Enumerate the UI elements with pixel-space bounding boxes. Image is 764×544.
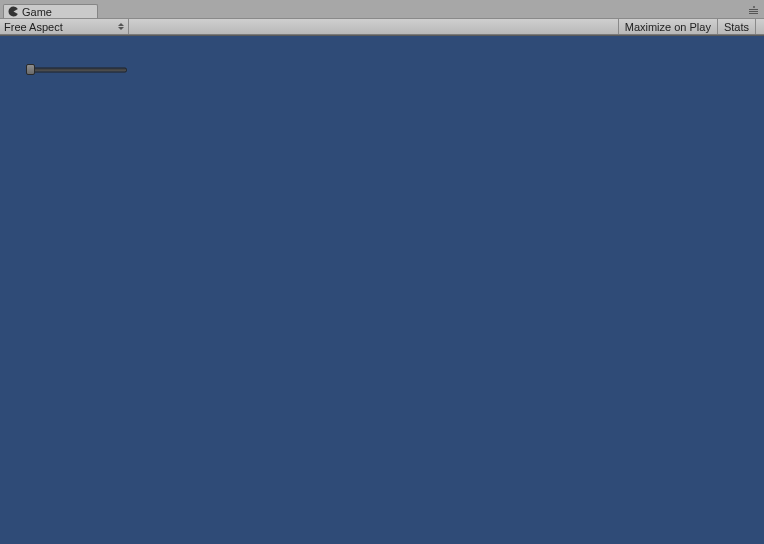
aspect-label: Free Aspect xyxy=(4,21,63,33)
slider[interactable] xyxy=(26,65,127,75)
maximize-on-play-button[interactable]: Maximize on Play xyxy=(619,19,718,34)
game-toolbar: Free Aspect Maximize on Play Stats xyxy=(0,18,764,35)
stats-label: Stats xyxy=(724,21,749,33)
toolbar-end-gap xyxy=(756,19,764,34)
panel-menu-icon[interactable] xyxy=(749,6,758,14)
toolbar-spacer xyxy=(129,19,619,34)
slider-track xyxy=(28,68,127,73)
tab-bar: Game xyxy=(0,4,764,18)
dropdown-arrows-icon xyxy=(118,23,124,30)
tab-game[interactable]: Game xyxy=(3,4,98,18)
maximize-label: Maximize on Play xyxy=(625,21,711,33)
pacman-icon xyxy=(8,6,19,17)
slider-thumb[interactable] xyxy=(26,64,35,75)
tab-label: Game xyxy=(22,6,52,18)
game-viewport xyxy=(0,35,764,544)
aspect-dropdown[interactable]: Free Aspect xyxy=(0,19,129,34)
stats-button[interactable]: Stats xyxy=(718,19,756,34)
